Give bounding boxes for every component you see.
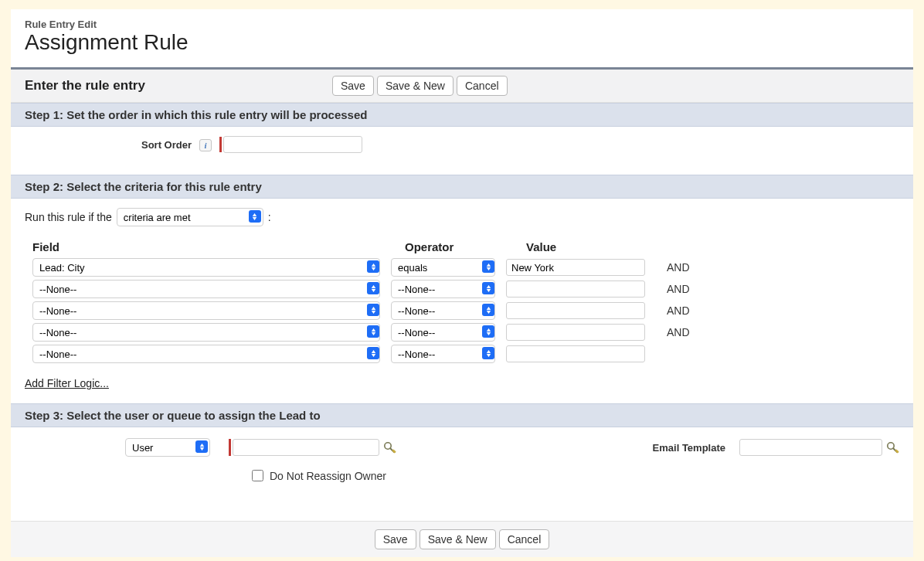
page-eyebrow: Rule Entry Edit — [25, 19, 899, 30]
assignee-lookup-input[interactable] — [233, 439, 379, 456]
criteria-field-select[interactable]: --None-- — [32, 345, 380, 363]
criteria-logic-label: AND — [667, 261, 690, 274]
required-indicator — [219, 137, 222, 152]
save-and-new-button[interactable]: Save & New — [377, 76, 454, 96]
do-not-reassign-owner-checkbox[interactable] — [252, 470, 263, 481]
criteria-operator-select[interactable]: --None-- — [391, 323, 495, 342]
step1-heading: Step 1: Set the order in which this rule… — [11, 103, 913, 127]
criteria-row: --None-- --None-- AND — [32, 323, 892, 342]
criteria-value-input[interactable] — [506, 302, 645, 319]
criteria-row: --None-- --None-- — [32, 345, 892, 363]
criteria-field-select[interactable]: --None-- — [32, 323, 380, 342]
sort-order-input[interactable] — [223, 136, 362, 153]
criteria-operator-select[interactable]: --None-- — [391, 345, 495, 363]
criteria-value-input[interactable] — [506, 324, 645, 341]
criteria-operator-select[interactable]: equals — [391, 258, 495, 277]
criteria-row: --None-- --None-- AND — [32, 280, 892, 298]
criteria-operator-select[interactable]: --None-- — [391, 280, 495, 298]
criteria-colon: : — [268, 211, 271, 223]
criteria-mode-select-wrap: criteria are met — [117, 208, 263, 226]
criteria-operator-select[interactable]: --None-- — [391, 301, 495, 320]
section-enter-rule-label: Enter the rule entry — [25, 78, 332, 94]
cancel-button[interactable]: Cancel — [457, 76, 508, 96]
save-and-new-button[interactable]: Save & New — [420, 529, 496, 549]
criteria-header-operator: Operator — [405, 240, 517, 253]
sort-order-label: Sort Order — [25, 139, 195, 151]
criteria-mode-select[interactable]: criteria are met — [117, 208, 263, 226]
lookup-icon[interactable] — [885, 440, 899, 454]
save-button[interactable]: Save — [332, 76, 374, 96]
criteria-row: Lead: City equals AND — [32, 258, 892, 277]
criteria-value-input[interactable] — [506, 345, 645, 362]
criteria-logic-label: AND — [667, 326, 690, 338]
criteria-field-select[interactable]: --None-- — [32, 280, 380, 298]
criteria-header-field: Field — [32, 240, 396, 253]
step2-body: Run this rule if the criteria are met : … — [11, 199, 913, 403]
criteria-row: --None-- --None-- AND — [32, 301, 892, 320]
step1-body: Sort Order i — [11, 127, 913, 175]
criteria-value-input[interactable] — [506, 259, 645, 276]
page-title: Assignment Rule — [25, 30, 899, 55]
criteria-value-input[interactable] — [506, 280, 645, 298]
add-filter-logic-link[interactable]: Add Filter Logic... — [25, 377, 109, 389]
step3-heading: Step 3: Select the user or queue to assi… — [11, 403, 913, 427]
criteria-field-select[interactable]: Lead: City — [32, 258, 380, 277]
section-enter-rule: Enter the rule entry Save Save & New Can… — [11, 70, 913, 103]
criteria-logic-label: AND — [667, 283, 690, 295]
run-rule-prefix: Run this rule if the — [25, 211, 112, 223]
assignee-type-select[interactable]: User — [125, 438, 210, 457]
lookup-icon[interactable] — [382, 440, 396, 454]
criteria-logic-label: AND — [667, 304, 690, 317]
criteria-header-value: Value — [526, 240, 669, 253]
step2-heading: Step 2: Select the criteria for this rul… — [11, 175, 913, 199]
required-indicator — [229, 439, 231, 456]
do-not-reassign-owner-label: Do Not Reassign Owner — [270, 470, 386, 482]
cancel-button[interactable]: Cancel — [499, 529, 550, 549]
top-button-row: Save Save & New Cancel — [332, 76, 508, 96]
footer-button-bar: Save Save & New Cancel — [11, 521, 913, 557]
criteria-field-select[interactable]: --None-- — [32, 301, 380, 320]
email-template-label: Email Template — [653, 442, 739, 454]
step3-body: User Email Template — [11, 427, 913, 521]
save-button[interactable]: Save — [375, 529, 416, 549]
criteria-grid: Field Operator Value Lead: City equals — [25, 240, 899, 363]
email-template-input[interactable] — [739, 439, 882, 456]
info-icon[interactable]: i — [199, 139, 212, 151]
